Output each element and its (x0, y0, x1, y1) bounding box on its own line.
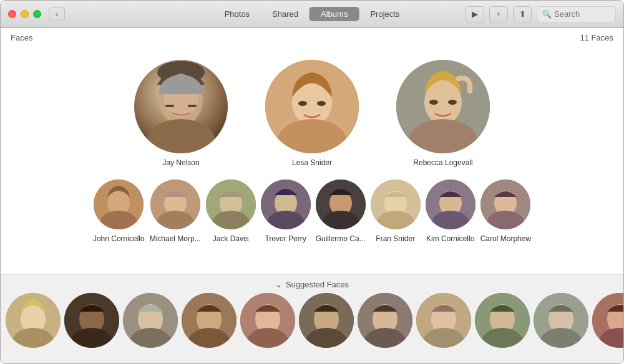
face-circle-jay (134, 60, 228, 153)
face-circle-jack (206, 180, 256, 229)
face-circle-fran (371, 180, 421, 229)
titlebar: ‹ Photos Shared Albums Projects ▶ + ⬆ 🔍 (1, 1, 623, 28)
suggested-label: Suggested Faces (286, 280, 349, 289)
small-faces-row: John Cornicello Michael Morp... (1, 173, 623, 249)
play-button[interactable]: ▶ (466, 6, 484, 22)
face-name-lesa: Lesa Snider (292, 158, 332, 167)
face-circle-kim (426, 180, 475, 229)
face-name-fran: Fran Snider (376, 234, 415, 243)
back-button[interactable]: ‹ (49, 7, 65, 21)
face-circle-trevor (261, 180, 311, 229)
face-circle-lesa (265, 60, 359, 153)
svg-rect-4 (188, 105, 197, 107)
tab-projects[interactable]: Projects (359, 7, 411, 21)
suggested-faces-row (1, 293, 623, 348)
face-item-carol[interactable]: Carol Morphew (480, 180, 531, 243)
tab-photos[interactable]: Photos (213, 7, 261, 21)
face-name-jack: Jack Davis (213, 234, 249, 243)
window-controls (8, 10, 41, 18)
face-name-trevor: Trevor Perry (265, 234, 306, 243)
face-item-rebecca-logevall[interactable]: Rebecca Logevall (396, 60, 490, 167)
face-circle-michael (150, 180, 200, 229)
face-name-guillermo: Guillermo Ca... (316, 234, 366, 243)
add-button[interactable]: + (489, 6, 508, 22)
face-item-trevor[interactable]: Trevor Perry (261, 180, 311, 243)
search-icon: 🔍 (542, 10, 552, 19)
face-circle-carol (480, 180, 530, 229)
face-circle-guillermo (316, 180, 366, 229)
face-name-michael: Michael Morp... (150, 234, 201, 243)
suggested-face-4[interactable] (182, 293, 236, 348)
suggested-face-7[interactable] (358, 293, 412, 348)
chevron-icon: ⌄ (275, 280, 282, 289)
suggested-header[interactable]: ⌄ Suggested Faces (1, 275, 623, 293)
svg-point-10 (317, 101, 326, 106)
face-name-john: John Cornicello (93, 234, 145, 243)
face-item-guillermo[interactable]: Guillermo Ca... (316, 180, 366, 243)
face-item-fran[interactable]: Fran Snider (371, 180, 421, 243)
nav-tabs: Photos Shared Albums Projects (213, 7, 411, 21)
faces-header: Faces 11 Faces (1, 28, 623, 47)
faces-label: Faces (11, 33, 32, 42)
face-item-lesa-snider[interactable]: Lesa Snider (265, 60, 359, 167)
search-input[interactable] (554, 9, 610, 19)
close-button[interactable] (8, 10, 16, 18)
face-item-kim[interactable]: Kim Cornicello (426, 180, 475, 243)
svg-point-15 (448, 100, 457, 105)
face-item-john[interactable]: John Cornicello (93, 180, 145, 243)
faces-count: 11 Faces (580, 33, 613, 42)
suggested-face-6[interactable] (299, 293, 354, 348)
svg-point-9 (298, 101, 307, 106)
face-name-kim: Kim Cornicello (426, 234, 474, 243)
share-button[interactable]: ⬆ (513, 6, 532, 22)
face-name-carol: Carol Morphew (480, 234, 531, 243)
search-box[interactable]: 🔍 (537, 6, 616, 22)
svg-point-1 (147, 119, 215, 153)
suggested-face-9[interactable] (475, 293, 530, 348)
face-name-jay: Jay Nelson (162, 158, 199, 167)
face-item-jay-nelson[interactable]: Jay Nelson (134, 60, 228, 167)
suggested-face-5[interactable] (240, 293, 295, 348)
svg-rect-3 (165, 105, 174, 107)
face-item-jack[interactable]: Jack Davis (206, 180, 256, 243)
svg-point-14 (429, 100, 438, 105)
face-item-michael[interactable]: Michael Morp... (150, 180, 201, 243)
suggested-face-2[interactable] (64, 293, 119, 348)
content-area: Faces 11 Faces Jay Nelson (1, 28, 623, 274)
suggested-face-3[interactable] (123, 293, 178, 348)
suggested-face-1[interactable] (6, 293, 61, 348)
titlebar-right: ▶ + ⬆ 🔍 (466, 6, 616, 22)
face-circle-john (94, 180, 144, 229)
minimize-button[interactable] (21, 10, 29, 18)
tab-albums[interactable]: Albums (310, 7, 359, 21)
face-name-rebecca: Rebecca Logevall (413, 158, 472, 167)
suggested-face-11[interactable] (592, 293, 623, 348)
suggested-face-8[interactable] (416, 293, 471, 348)
face-circle-rebecca (396, 60, 490, 153)
suggested-face-10[interactable] (534, 293, 588, 348)
maximize-button[interactable] (33, 10, 41, 18)
tab-shared[interactable]: Shared (261, 7, 310, 21)
featured-faces: Jay Nelson Lesa Snider (1, 47, 623, 173)
suggested-section: ⌄ Suggested Faces (1, 274, 623, 364)
